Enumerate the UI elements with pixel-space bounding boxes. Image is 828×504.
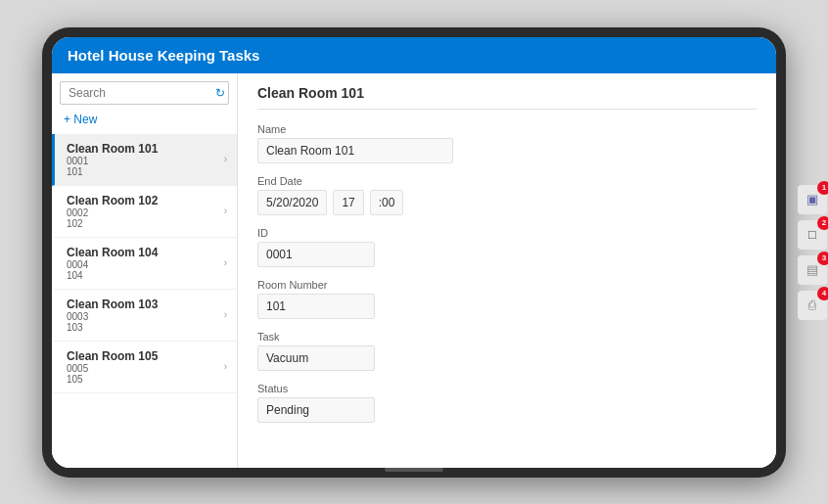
print-icon-symbol: ⎙ — [808, 298, 816, 312]
print-icon[interactable]: ⎙ 4 — [798, 291, 827, 320]
badge-1: 1 — [817, 181, 828, 195]
sidebar: ↻ + New Clean Room 101 0001 101 › Clean … — [52, 73, 238, 468]
mobile-icon-symbol: □ — [808, 227, 816, 242]
detail-title: Clean Room 101 — [257, 85, 757, 110]
item-name: Clean Room 104 — [67, 246, 158, 259]
field-label: Task — [257, 331, 757, 343]
field-label: ID — [257, 227, 757, 239]
app-header: Hotel House Keeping Tasks — [52, 37, 776, 73]
field-group: StatusPending — [257, 383, 757, 423]
badge-4: 4 — [817, 287, 828, 300]
badge-3: 3 — [817, 252, 828, 265]
chevron-right-icon: › — [224, 309, 227, 320]
item-number: 101 — [67, 166, 158, 177]
item-name: Clean Room 103 — [67, 298, 158, 311]
item-name: Clean Room 101 — [67, 142, 158, 156]
item-code: 0005 — [67, 363, 158, 374]
list-item[interactable]: Clean Room 104 0004 104 › — [52, 238, 237, 290]
minute-field[interactable]: :00 — [370, 190, 404, 215]
list-item-info: Clean Room 105 0005 105 — [67, 349, 158, 385]
field-value: Pending — [257, 397, 375, 423]
chevron-right-icon: › — [224, 154, 227, 164]
field-group: Room Number101 — [257, 279, 757, 319]
item-number: 105 — [67, 374, 158, 385]
list-item-info: Clean Room 102 0002 102 — [67, 194, 158, 229]
date-row: 5/20/2020 17 :00 — [257, 190, 757, 215]
chevron-right-icon: › — [224, 257, 227, 268]
app-body: ↻ + New Clean Room 101 0001 101 › Clean … — [52, 73, 776, 468]
detail-fields: NameClean Room 101End Date 5/20/2020 17 … — [257, 123, 757, 423]
badge-2: 2 — [817, 216, 828, 230]
app-title: Hotel House Keeping Tasks — [68, 47, 259, 64]
item-code: 0002 — [67, 207, 158, 218]
item-code: 0001 — [67, 156, 158, 166]
field-label: Status — [257, 383, 757, 394]
search-icon: ↻ — [215, 86, 225, 100]
new-button[interactable]: + New — [52, 109, 237, 134]
field-group: ID0001 — [257, 227, 757, 267]
item-code: 0004 — [67, 259, 158, 270]
item-name: Clean Room 102 — [67, 194, 158, 207]
item-number: 104 — [67, 270, 158, 281]
list-items: Clean Room 101 0001 101 › Clean Room 102… — [52, 134, 237, 468]
item-number: 102 — [67, 218, 158, 229]
list-icon[interactable]: ▤ 3 — [798, 255, 827, 285]
tablet-shell: Hotel House Keeping Tasks ↻ + New Clean … — [42, 27, 786, 478]
search-input[interactable] — [69, 86, 215, 100]
field-value: Clean Room 101 — [257, 138, 453, 163]
list-item-info: Clean Room 103 0003 103 — [67, 298, 158, 333]
field-group: NameClean Room 101 — [257, 123, 757, 163]
item-code: 0003 — [67, 311, 158, 322]
new-button-label: + New — [64, 113, 97, 126]
list-item-info: Clean Room 101 0001 101 — [67, 142, 158, 177]
search-box[interactable]: ↻ — [60, 81, 229, 105]
field-group: End Date 5/20/2020 17 :00 — [257, 175, 757, 215]
field-value: Vacuum — [257, 345, 375, 371]
hour-field[interactable]: 17 — [333, 190, 363, 215]
item-number: 103 — [67, 322, 158, 333]
chevron-right-icon: › — [224, 206, 227, 216]
field-label: Name — [257, 123, 757, 135]
field-label: End Date — [257, 175, 757, 187]
chevron-right-icon: › — [224, 361, 227, 372]
field-value: 101 — [257, 294, 375, 319]
list-item-info: Clean Room 104 0004 104 — [67, 246, 158, 281]
list-icon-symbol: ▤ — [806, 262, 818, 277]
list-item[interactable]: Clean Room 101 0001 101 › — [52, 134, 237, 186]
mobile-icon[interactable]: □ 2 — [798, 220, 827, 250]
list-item[interactable]: Clean Room 105 0005 105 › — [52, 342, 237, 393]
field-label: Room Number — [257, 279, 757, 291]
list-item[interactable]: Clean Room 103 0003 103 › — [52, 290, 237, 342]
user-icon[interactable]: ▣ 1 — [798, 185, 827, 214]
date-field[interactable]: 5/20/2020 — [257, 190, 327, 215]
list-item[interactable]: Clean Room 102 0002 102 › — [52, 186, 237, 238]
field-group: TaskVacuum — [257, 331, 757, 371]
tablet-screen: Hotel House Keeping Tasks ↻ + New Clean … — [52, 37, 776, 468]
right-panel: ▣ 1□ 2▤ 3⎙ 4 — [798, 185, 827, 320]
user-icon-symbol: ▣ — [806, 192, 818, 206]
item-name: Clean Room 105 — [67, 349, 158, 363]
field-value: 0001 — [257, 242, 375, 267]
home-bar — [385, 468, 443, 472]
detail-area: Clean Room 101 NameClean Room 101End Dat… — [238, 73, 776, 468]
